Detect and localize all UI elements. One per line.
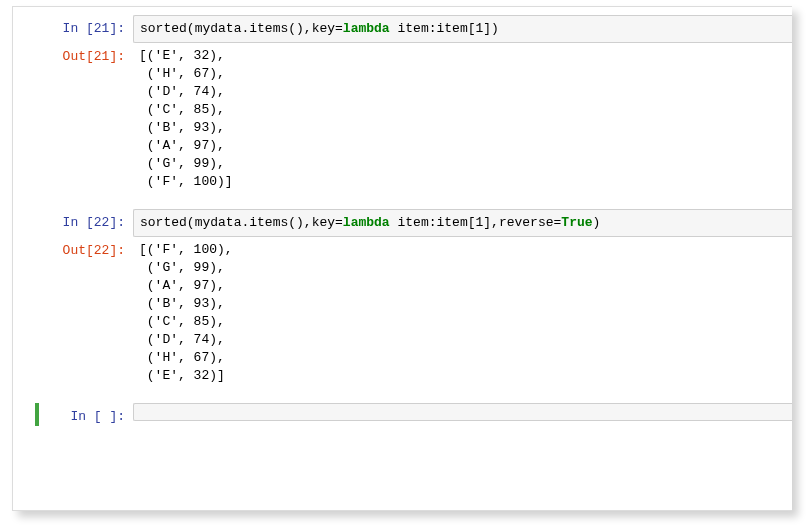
code-token: item:item[: [390, 21, 476, 36]
output-21: [('E', 32), ('H', 67), ('D', 74), ('C', …: [133, 43, 792, 199]
cell-in-empty-selected: In [ ]:: [35, 403, 792, 426]
prompt-out-21: Out[21]:: [13, 43, 133, 66]
cell-spacer: [13, 199, 792, 209]
code-input-empty[interactable]: [133, 403, 792, 421]
code-input-21[interactable]: sorted(mydata.items(),key=lambda item:it…: [133, 15, 792, 43]
prompt-in-empty: In [ ]:: [39, 403, 133, 426]
code-token: sorted: [140, 21, 187, 36]
lambda-keyword: lambda: [343, 21, 390, 36]
code-input-22[interactable]: sorted(mydata.items(),key=lambda item:it…: [133, 209, 792, 237]
cell-out-21: Out[21]: [('E', 32), ('H', 67), ('D', 74…: [13, 43, 792, 199]
notebook-panel: In [21]: sorted(mydata.items(),key=lambd…: [12, 6, 792, 511]
cell-spacer: [13, 393, 792, 403]
prompt-in-21: In [21]:: [13, 15, 133, 38]
screenshot-canvas: In [21]: sorted(mydata.items(),key=lambd…: [0, 0, 808, 530]
prompt-out-22: Out[22]:: [13, 237, 133, 260]
code-token: (: [187, 215, 195, 230]
code-token: sorted: [140, 215, 187, 230]
lambda-keyword: lambda: [343, 215, 390, 230]
true-keyword: True: [561, 215, 592, 230]
code-token: mydata.items(),key=: [195, 215, 343, 230]
cell-out-22: Out[22]: [('F', 100), ('G', 99), ('A', 9…: [13, 237, 792, 393]
output-22: [('F', 100), ('G', 99), ('A', 97), ('B',…: [133, 237, 792, 393]
code-token: ]): [483, 21, 499, 36]
code-token: ): [593, 215, 601, 230]
code-token: ],reverse=: [483, 215, 561, 230]
prompt-in-22: In [22]:: [13, 209, 133, 232]
code-token: item:item[: [390, 215, 476, 230]
code-token: mydata.items(),key=: [195, 21, 343, 36]
code-token: (: [187, 21, 195, 36]
cell-in-22: In [22]: sorted(mydata.items(),key=lambd…: [13, 209, 792, 237]
cell-in-21: In [21]: sorted(mydata.items(),key=lambd…: [13, 15, 792, 43]
